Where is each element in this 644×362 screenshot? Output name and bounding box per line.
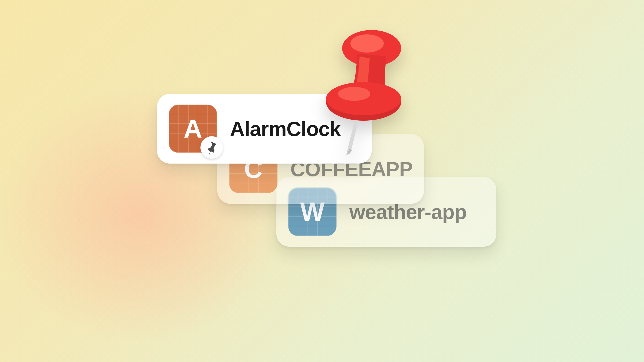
- app-icon-letter: A: [184, 114, 202, 143]
- illustration-stage: W weather-app C COFFEEAPP A AlarmClock: [0, 0, 644, 362]
- app-icon-alarmclock: A: [169, 105, 217, 153]
- pin-icon: [204, 140, 219, 155]
- svg-point-6: [338, 87, 370, 101]
- pinned-badge: [200, 136, 223, 159]
- pushpin-icon: [317, 29, 413, 158]
- svg-point-3: [350, 34, 384, 53]
